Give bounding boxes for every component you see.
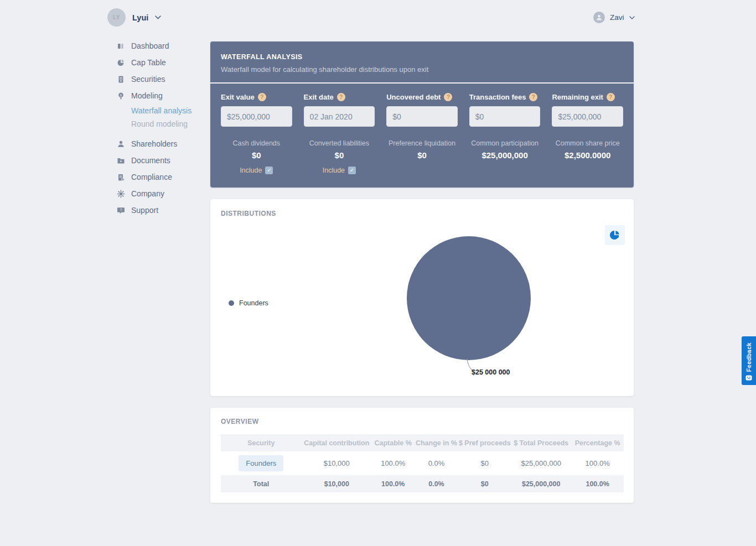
sidebar-item-securities[interactable]: Securities [116, 71, 210, 87]
sidebar-item-label: Support [131, 206, 158, 215]
sidebar-item-dashboard[interactable]: Dashboard [116, 38, 210, 54]
cell-captable-pct: 100.0% [372, 475, 414, 492]
column-header: $ Total Proceeds [511, 434, 571, 451]
pie-chart-icon [609, 230, 620, 241]
cell-total-proceeds: $25,000,000 [511, 475, 571, 492]
table-header-row: Security Capital contribution Captable %… [221, 434, 624, 451]
stat-value: $0 [386, 150, 458, 160]
sidebar-item-waterfall-analysis[interactable]: Waterfall analysis [131, 104, 210, 117]
field-label: Exit value [221, 93, 255, 101]
pie-slice-founders[interactable] [407, 236, 531, 360]
clipboard-check-icon [116, 173, 125, 181]
chart-type-toggle-button[interactable] [605, 225, 625, 245]
cell-pref-proceeds: $0 [459, 475, 511, 492]
pie-slice-value-label: $25 000 000 [472, 368, 510, 376]
sidebar-item-label: Cap Table [131, 58, 166, 67]
help-icon[interactable]: ? [529, 93, 537, 101]
stat-value: $0 [221, 150, 292, 160]
sidebar-item-round-modeling[interactable]: Round modeling [131, 117, 210, 131]
cell-percentage-pct: 100.0% [571, 475, 624, 492]
exit-date-input[interactable] [304, 106, 375, 127]
cell-change-pct: 0.0% [414, 451, 458, 475]
sidebar-item-label: Compliance [131, 173, 172, 181]
stat-cash-dividends: Cash dividends $0 Include [221, 139, 292, 174]
sidebar-item-label: Securities [131, 75, 165, 84]
stat-common-participation: Common participation $25,000,000 [469, 139, 541, 174]
modeling-subnav: Waterfall analysis Round modeling [131, 104, 210, 131]
field-label: Exit date [304, 93, 334, 101]
sidebar-item-shareholders[interactable]: Shareholders [116, 136, 210, 152]
legend-swatch-founders [229, 300, 234, 306]
sidebar: Dashboard Cap Table Securities $ Modelin… [116, 38, 210, 219]
lightbulb-icon: $ [116, 92, 125, 100]
field-exit-date: Exit date? [304, 93, 375, 127]
stat-value: $25,000,000 [469, 150, 541, 160]
column-header: Security [221, 434, 302, 451]
cell-total-proceeds: $25,000,000 [511, 451, 571, 475]
security-chip-founders[interactable]: Founders [239, 455, 283, 471]
waterfall-panel-body: Exit value? Exit date? Uncovered debt? T… [210, 84, 634, 188]
workspace-avatar: LY [107, 8, 126, 27]
help-bubble-icon: ? [116, 206, 125, 215]
exit-value-input[interactable] [221, 106, 292, 127]
include-label: Include [240, 167, 262, 174]
help-icon[interactable]: ? [444, 93, 452, 101]
cell-capital-contribution: $10,000 [302, 475, 372, 492]
workspace-switcher[interactable]: LY Lyui [107, 8, 161, 27]
workspace-name: Lyui [132, 13, 148, 22]
sidebar-item-compliance[interactable]: Compliance [116, 169, 210, 185]
transaction-fees-input[interactable] [469, 106, 541, 127]
cell-captable-pct: 100.0% [372, 451, 414, 475]
field-label: Uncovered debt [386, 93, 441, 101]
field-exit-value: Exit value? [221, 93, 292, 127]
sidebar-item-company[interactable]: Company [116, 185, 210, 202]
column-header: Percentage % [571, 434, 624, 451]
stat-preference-liquidation: Preference liquidation $0 [386, 139, 458, 174]
column-header: Captable % [372, 434, 414, 451]
page-title: WATERFALL ANALYSIS [221, 53, 623, 61]
chevron-down-icon [629, 16, 635, 19]
sidebar-item-cap-table[interactable]: Cap Table [116, 54, 210, 71]
column-header: Capital contribution [302, 434, 372, 451]
stat-label: Cash dividends [221, 139, 292, 147]
column-header: Change in % [414, 434, 458, 451]
legend-label: Founders [239, 299, 268, 307]
gear-icon [116, 190, 125, 198]
help-icon[interactable]: ? [607, 93, 615, 101]
cell-change-pct: 0.0% [414, 475, 458, 492]
include-label: Include [323, 167, 345, 174]
pie-chart-icon [116, 59, 125, 67]
remaining-exit-input[interactable] [552, 106, 623, 127]
feedback-button[interactable]: Feedback [742, 336, 756, 385]
column-header: $ Pref proceeds [459, 434, 511, 451]
sidebar-item-label: Documents [131, 156, 170, 165]
uncovered-debt-input[interactable] [386, 106, 458, 127]
include-checkbox[interactable] [348, 167, 356, 174]
feedback-face-icon [745, 375, 752, 381]
main-content: WATERFALL ANALYSIS Waterfall model for c… [210, 41, 634, 503]
cell-capital-contribution: $10,000 [302, 451, 372, 475]
field-uncovered-debt: Uncovered debt? [386, 93, 458, 127]
person-icon [116, 140, 125, 148]
person-icon [596, 14, 603, 21]
chart-legend[interactable]: Founders [229, 299, 268, 307]
overview-card: OVERVIEW Security Capital contribution C… [210, 408, 634, 503]
feedback-label: Feedback [745, 342, 752, 372]
cell-percentage-pct: 100.0% [571, 451, 624, 475]
field-label: Transaction fees [469, 93, 526, 101]
table-row-total: Total $10,000 100.0% 0.0% $0 $25,000,000… [221, 475, 624, 492]
distributions-card: DISTRIBUTIONS Founders $25 000 000 [210, 199, 634, 396]
include-checkbox[interactable] [265, 167, 273, 174]
help-icon[interactable]: ? [337, 93, 345, 101]
chevron-down-icon [155, 15, 161, 19]
help-icon[interactable]: ? [258, 93, 266, 101]
waterfall-inputs-row: Exit value? Exit date? Uncovered debt? T… [221, 93, 623, 127]
user-menu[interactable]: Zavi [593, 12, 635, 23]
stat-label: Converted liabilities [304, 139, 375, 147]
sidebar-item-support[interactable]: ? Support [116, 202, 210, 219]
page-subtitle: Waterfall model for calculating sharehol… [221, 65, 623, 74]
sidebar-item-documents[interactable]: Documents [116, 152, 210, 169]
sidebar-item-modeling[interactable]: $ Modeling [116, 87, 210, 104]
certificate-icon [116, 75, 125, 84]
waterfall-stats-row: Cash dividends $0 Include Converted liab… [221, 139, 623, 174]
